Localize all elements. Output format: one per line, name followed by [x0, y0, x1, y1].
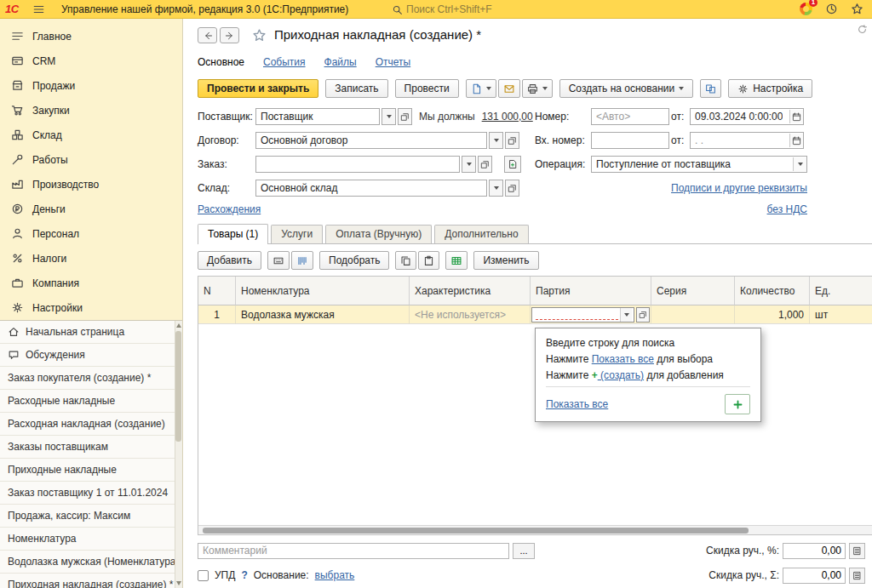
cell-batch-editor[interactable]: [531, 305, 651, 324]
sidebar-item-money[interactable]: Деньги: [0, 197, 182, 221]
popup-create-link[interactable]: (создать): [598, 369, 644, 381]
sidebar-item-main[interactable]: Главное: [0, 24, 182, 49]
col-header-unit[interactable]: Ед.: [810, 277, 872, 305]
tab-payment[interactable]: Оплата (Вручную): [325, 225, 432, 243]
col-header-series[interactable]: Серия: [651, 277, 735, 305]
incoming-number-field[interactable]: [591, 132, 669, 149]
tab-additional[interactable]: Дополнительно: [434, 225, 528, 243]
open-order-list-button[interactable]: [504, 156, 521, 173]
print-button[interactable]: [522, 79, 553, 98]
sidebar-window-item[interactable]: Приходные накладные: [0, 459, 182, 482]
sidebar-item-crm[interactable]: CRM: [0, 49, 182, 73]
history-icon[interactable]: [825, 3, 838, 15]
favorites-star-icon[interactable]: [851, 3, 863, 15]
pick-items-button[interactable]: Подобрать: [319, 251, 389, 270]
contract-dropdown-button[interactable]: [489, 132, 503, 149]
discount-percent-input[interactable]: [783, 543, 846, 559]
cell-characteristic[interactable]: <Не используется>: [410, 305, 531, 324]
add-row-button[interactable]: Добавить: [198, 251, 261, 270]
barcode-input-button[interactable]: [291, 251, 313, 270]
post-and-close-button[interactable]: Провести и закрыть: [198, 79, 318, 98]
calendar-button[interactable]: [789, 110, 803, 123]
batch-dropdown-button[interactable]: [620, 308, 632, 322]
col-header-nomenclature[interactable]: Номенклатура: [236, 277, 410, 305]
scroll-thumb[interactable]: [175, 331, 181, 442]
scrollbar-thumb[interactable]: [203, 528, 749, 534]
table-row[interactable]: 1 Водолазка мужская <Не используется> 1,…: [198, 305, 872, 324]
cell-unit[interactable]: шт: [810, 305, 872, 324]
sidebar-window-item[interactable]: Приходная накладная (создание) *: [0, 574, 182, 588]
settings-button[interactable]: Настройка: [728, 79, 812, 98]
cell-nomenclature[interactable]: Водолазка мужская: [236, 305, 410, 324]
sidebar-window-item[interactable]: Заказы поставщикам: [0, 436, 182, 459]
col-header-batch[interactable]: Партия: [531, 277, 651, 305]
sidebar-window-item[interactable]: Водолазка мужская (Номенклатура): [0, 551, 182, 574]
number-input[interactable]: [596, 111, 664, 123]
contract-choose-button[interactable]: [505, 132, 519, 149]
paste-rows-button[interactable]: [418, 251, 439, 270]
sidebar-item-company[interactable]: Компания: [0, 271, 182, 295]
global-search[interactable]: [392, 1, 534, 18]
sidebar-item-production[interactable]: Производство: [0, 172, 182, 197]
discount-sum-calc-button[interactable]: [849, 568, 865, 584]
calendar-button[interactable]: [789, 134, 803, 147]
col-header-n[interactable]: N: [198, 277, 236, 305]
batch-choose-button[interactable]: [636, 307, 650, 323]
sidebar-item-purchases[interactable]: Закупки: [0, 98, 182, 123]
new-document-button[interactable]: [466, 79, 496, 98]
order-field[interactable]: [255, 156, 460, 173]
notifications-icon[interactable]: 1: [800, 3, 812, 15]
discrepancies-link[interactable]: Расхождения: [198, 203, 261, 215]
tab-services[interactable]: Услуги: [271, 225, 323, 243]
show-all-link[interactable]: Показать все: [546, 398, 608, 410]
tab-events[interactable]: События: [263, 56, 306, 68]
discount-sum-input[interactable]: [783, 568, 846, 584]
incoming-number-input[interactable]: [596, 134, 664, 146]
create-new-button[interactable]: [725, 394, 750, 414]
sidebar-window-home[interactable]: Начальная страница: [0, 321, 182, 344]
col-header-characteristic[interactable]: Характеристика: [410, 277, 531, 305]
edit-row-button[interactable]: Изменить: [473, 251, 538, 270]
warehouse-field[interactable]: Основной склад: [255, 180, 487, 197]
sidebar-window-item[interactable]: Расходная накладная (создание): [0, 413, 182, 436]
tab-files[interactable]: Файлы: [324, 56, 357, 68]
warehouse-dropdown-button[interactable]: [489, 180, 503, 197]
send-email-button[interactable]: [498, 79, 520, 98]
sidebar-item-warehouse[interactable]: Склад: [0, 123, 182, 147]
tab-goods[interactable]: Товары (1): [198, 224, 268, 244]
supplier-dropdown-button[interactable]: [382, 108, 396, 125]
debt-amount-link[interactable]: 131 000,00: [482, 111, 533, 123]
sidebar-item-settings[interactable]: Настройки: [0, 295, 182, 320]
order-dropdown-button[interactable]: [462, 156, 476, 173]
upd-help-link[interactable]: ?: [241, 569, 247, 581]
sidebar-item-works[interactable]: Работы: [0, 147, 182, 172]
discount-percent-calc-button[interactable]: [849, 543, 865, 559]
cell-series[interactable]: [651, 305, 735, 324]
supplier-choose-button[interactable]: [398, 108, 412, 125]
operation-dropdown-button[interactable]: [793, 157, 806, 171]
sidebar-window-discussions[interactable]: Обсуждения: [0, 344, 182, 367]
comment-input[interactable]: [198, 543, 509, 559]
scroll-down-icon[interactable]: [176, 581, 181, 585]
back-button[interactable]: [198, 27, 217, 43]
sidebar-window-item[interactable]: Заказ покупателя (создание) *: [0, 367, 182, 390]
horizontal-scrollbar[interactable]: [198, 525, 872, 534]
post-button[interactable]: Провести: [395, 79, 459, 98]
forward-button[interactable]: [220, 27, 239, 43]
search-input[interactable]: [406, 3, 534, 15]
sidebar-item-sales[interactable]: Продажи: [0, 73, 182, 98]
incoming-date-field[interactable]: . .: [690, 132, 804, 149]
sidebar-window-item[interactable]: Продажа, кассир: Максим: [0, 505, 182, 528]
copy-rows-button[interactable]: [395, 251, 416, 270]
comment-more-button[interactable]: ...: [513, 543, 535, 559]
structure-button[interactable]: [700, 79, 721, 98]
sidebar-window-item[interactable]: Заказ поставщику 1 от 11.01.2024: [0, 482, 182, 505]
date-field[interactable]: 09.03.2024 0:00:00: [690, 108, 804, 125]
refresh-icon[interactable]: [857, 24, 868, 35]
main-menu-button[interactable]: [32, 3, 45, 15]
supplier-field[interactable]: Поставщик: [255, 108, 380, 125]
batch-input[interactable]: [531, 307, 634, 323]
scroll-up-icon[interactable]: [176, 323, 181, 328]
sidebar-scrollbar[interactable]: [175, 321, 182, 588]
create-based-on-button[interactable]: Создать на основании: [559, 79, 694, 98]
